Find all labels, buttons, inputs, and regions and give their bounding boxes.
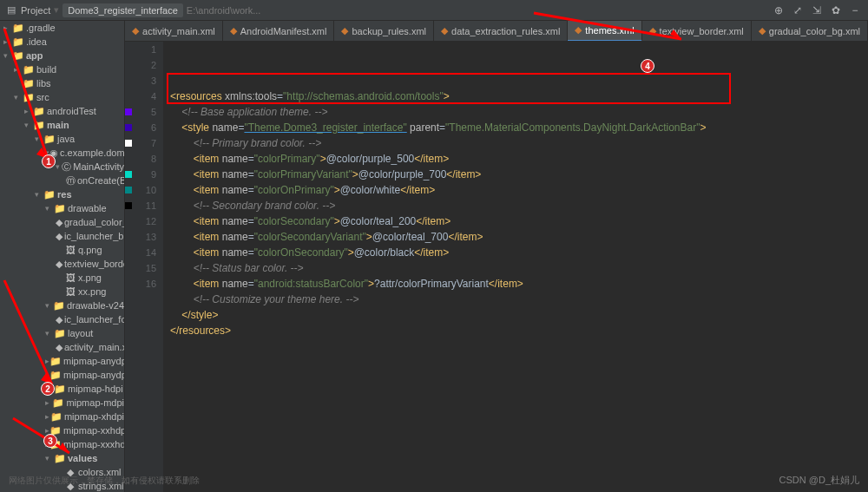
tab-backup_rules-xml[interactable]: ◆backup_rules.xml bbox=[334, 21, 434, 42]
tree-item-ic_launcher_background-xm[interactable]: ◆ic_launcher_background.xm bbox=[0, 229, 124, 243]
settings-icon[interactable]: ✿ bbox=[830, 4, 842, 16]
target-icon[interactable]: ⊕ bbox=[773, 4, 785, 16]
color-swatch[interactable] bbox=[125, 108, 132, 115]
tree-item-res[interactable]: ▾📁res bbox=[0, 187, 124, 201]
expand-icon[interactable]: ⤢ bbox=[792, 4, 804, 16]
tree-item-mipmap-mdpi[interactable]: ▸📁mipmap-mdpi bbox=[0, 396, 124, 410]
color-swatch[interactable] bbox=[125, 187, 132, 194]
tree-item-main[interactable]: ▾📁main bbox=[0, 118, 124, 132]
xml-file-icon: ◆ bbox=[575, 24, 582, 36]
xml-file-icon: ◆ bbox=[649, 25, 656, 36]
tree-item-app[interactable]: ▾📁app bbox=[0, 49, 124, 62]
color-swatch[interactable] bbox=[125, 202, 132, 209]
tree-item-drawable[interactable]: ▾📁drawable bbox=[0, 201, 124, 215]
watermark-footer: 网络图片仅供展示，禁存储，如有侵权请联系删除 bbox=[9, 475, 200, 487]
tree-item-src[interactable]: ▾📁src bbox=[0, 90, 124, 104]
xml-file-icon: ◆ bbox=[230, 25, 237, 36]
code-area[interactable]: <resources xmlns:tools="http://schemas.a… bbox=[163, 42, 868, 492]
tree-item-build[interactable]: ▸📁build bbox=[0, 62, 124, 76]
code-editor[interactable]: 12345678910111213141516 <resources xmlns… bbox=[125, 42, 868, 492]
tree-item-mipmap-xxxhdpi[interactable]: ▸📁mipmap-xxxhdpi bbox=[0, 437, 124, 451]
tab-themes-xml[interactable]: ◆themes.xml bbox=[568, 21, 641, 42]
tree-item-java[interactable]: ▾📁java bbox=[0, 132, 124, 146]
tree-item-drawable-v24[interactable]: ▾📁drawable-v24 bbox=[0, 298, 124, 312]
xml-file-icon: ◆ bbox=[132, 25, 139, 36]
tree-item-libs[interactable]: 📁libs bbox=[0, 76, 124, 90]
tree-item-MainActivity[interactable]: ▾ⒸMainActivity bbox=[0, 160, 124, 174]
tree-item-c-example-dome3_register_inte[interactable]: ▾◉c.example.dome3_register_inte bbox=[0, 146, 124, 160]
color-swatch[interactable] bbox=[125, 171, 132, 178]
tree-item-mipmap-anydpi-v33[interactable]: ▸📁mipmap-anydpi-v33 bbox=[0, 368, 124, 382]
xml-file-icon: ◆ bbox=[341, 25, 348, 36]
project-name: Dome3_register_interface bbox=[68, 5, 178, 16]
tree-item-mipmap-anydpi-v26[interactable]: ▸📁mipmap-anydpi-v26 bbox=[0, 354, 124, 368]
collapse-icon[interactable]: ⇲ bbox=[811, 4, 823, 16]
color-swatch[interactable] bbox=[125, 124, 132, 131]
color-swatch[interactable] bbox=[125, 140, 132, 147]
tree-item-x-png[interactable]: 🖼x.png bbox=[0, 271, 124, 285]
watermark: CSDN @D_杜娟儿 bbox=[779, 474, 859, 487]
tab-data_extraction_rules-xml[interactable]: ◆data_extraction_rules.xml bbox=[434, 21, 568, 42]
tree-item-onCreate-Bundle-void[interactable]: ⓜonCreate(Bundle):void bbox=[0, 174, 124, 187]
tree-item-activity_main-xml[interactable]: ◆activity_main.xml bbox=[0, 340, 124, 354]
tree-item-androidTest[interactable]: ▸📁androidTest bbox=[0, 104, 124, 118]
tree-item--gradle[interactable]: ▸📁.gradle bbox=[0, 21, 124, 35]
editor-tabs: ◆activity_main.xml◆AndroidManifest.xml◆b… bbox=[125, 21, 868, 42]
project-path: E:\android\work... bbox=[187, 5, 261, 16]
tree-item-mipmap-xxhdpi[interactable]: ▸📁mipmap-xxhdpi bbox=[0, 423, 124, 437]
tree-item-q-png[interactable]: 🖼q.png bbox=[0, 243, 124, 257]
tree-item-xx-png[interactable]: 🖼xx.png bbox=[0, 285, 124, 298]
tree-item--idea[interactable]: ▸📁.idea bbox=[0, 35, 124, 49]
tree-item-layout[interactable]: ▾📁layout bbox=[0, 326, 124, 340]
tab-gradual_color_bg-xml[interactable]: ◆gradual_color_bg.xml bbox=[752, 21, 868, 42]
tree-item-mipmap-hdpi[interactable]: ▸📁mipmap-hdpi bbox=[0, 382, 124, 396]
project-dropdown[interactable]: Dome3_register_interface bbox=[62, 3, 183, 17]
gutter: 12345678910111213141516 bbox=[125, 42, 163, 492]
tree-item-mipmap-xhdpi[interactable]: ▸📁mipmap-xhdpi bbox=[0, 410, 124, 423]
project-tree[interactable]: ▸📁.gradle▸📁.idea▾📁app▸📁build📁libs▾📁src▸📁… bbox=[0, 21, 125, 492]
xml-file-icon: ◆ bbox=[759, 25, 766, 36]
tree-item-gradual_color_bg-xml[interactable]: ◆gradual_color_bg.xml bbox=[0, 215, 124, 229]
toolbar: ▤ Project ▾ Dome3_register_interface E:\… bbox=[0, 0, 868, 21]
tree-item-textview_border-xml[interactable]: ◆textview_border.xml bbox=[0, 257, 124, 271]
tab-activity_main-xml[interactable]: ◆activity_main.xml bbox=[125, 21, 223, 42]
tree-item-values[interactable]: ▾📁values bbox=[0, 451, 124, 465]
project-label: Project bbox=[21, 5, 50, 16]
xml-file-icon: ◆ bbox=[441, 25, 448, 36]
tree-item-ic_launcher_foreground-xml[interactable]: ◆ic_launcher_foreground.xml bbox=[0, 312, 124, 326]
tab-AndroidManifest-xml[interactable]: ◆AndroidManifest.xml bbox=[223, 21, 335, 42]
project-tool-icon[interactable]: ▤ bbox=[5, 4, 17, 16]
hide-icon[interactable]: − bbox=[849, 4, 861, 16]
tab-textview_border-xml[interactable]: ◆textview_border.xml bbox=[642, 21, 752, 42]
